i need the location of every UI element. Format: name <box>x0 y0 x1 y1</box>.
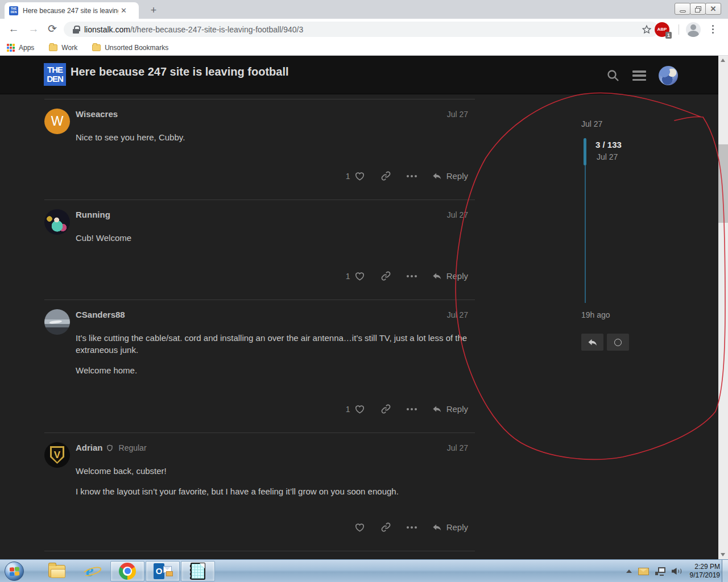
forum-page: THE DEN Here because 247 site is leaving… <box>0 56 728 559</box>
post-author[interactable]: Wiseacres <box>76 109 118 119</box>
taskbar-explorer-button[interactable] <box>40 561 74 581</box>
post-paragraph: Nice to see you here, Cubby. <box>76 131 469 143</box>
bookmark-work[interactable]: Work <box>49 44 77 52</box>
post-header: Wiseacres Jul 27 <box>76 109 468 119</box>
forward-button[interactable]: → <box>27 22 40 36</box>
show-desktop-button[interactable] <box>722 560 728 582</box>
adblock-badge: 1 <box>665 32 672 39</box>
scrollbar-thumb[interactable] <box>718 144 728 223</box>
moderator-shield-icon <box>106 444 113 452</box>
post-adrian: V Adrian Regular Jul 27 Welcome back, cu… <box>44 433 475 551</box>
topic-title[interactable]: Here because 247 site is leaving footbal… <box>71 65 289 78</box>
adblock-extension-icon[interactable]: ABP 1 <box>655 22 669 37</box>
url-text: lionstalk.com/t/here-because-247-site-is… <box>84 25 642 34</box>
reply-button[interactable]: Reply <box>432 522 468 532</box>
hamburger-menu-icon[interactable] <box>632 70 646 81</box>
timeline-position: 3 / 133 <box>595 140 622 149</box>
post-date[interactable]: Jul 27 <box>447 210 468 219</box>
minimize-button[interactable] <box>675 3 690 15</box>
more-actions-icon[interactable] <box>407 526 417 529</box>
bookmark-apps-label: Apps <box>19 44 34 52</box>
reply-arrow-icon <box>432 171 442 181</box>
start-button[interactable] <box>5 562 24 581</box>
post-actions: 1 Reply <box>346 404 468 414</box>
timeline-bottom-date[interactable]: 19h ago <box>581 310 610 319</box>
heart-icon <box>354 522 365 533</box>
topic-notifications-button[interactable] <box>607 334 629 351</box>
scrollbar-up-icon[interactable] <box>721 59 725 62</box>
more-actions-icon[interactable] <box>407 408 417 410</box>
like-button[interactable]: 1 <box>346 171 365 181</box>
search-icon[interactable] <box>606 69 620 82</box>
taskbar-notepad-button[interactable] <box>181 561 215 581</box>
back-button[interactable]: ← <box>7 22 20 36</box>
bookmark-star-icon[interactable] <box>642 24 652 35</box>
share-link-icon[interactable] <box>380 271 391 281</box>
timeline-scrubber[interactable] <box>584 138 586 165</box>
restore-button[interactable] <box>690 3 706 15</box>
tray-mail-icon[interactable] <box>638 568 649 575</box>
profile-avatar[interactable] <box>686 22 701 37</box>
tray-hidden-icons-arrow[interactable] <box>626 569 632 573</box>
like-button[interactable]: 1 <box>346 271 365 281</box>
avatar-adrian[interactable]: V <box>44 442 70 468</box>
avatar-csanders88[interactable] <box>44 309 70 335</box>
taskbar-outlook-button[interactable]: O <box>146 561 180 581</box>
browser-menu-icon[interactable] <box>708 25 718 34</box>
windows-taskbar: e O 2:29 PM 9/17/2019 <box>0 559 728 582</box>
avatar-wiseacres[interactable]: W <box>44 109 70 134</box>
close-button[interactable]: ✕ <box>705 3 721 15</box>
share-link-icon[interactable] <box>380 522 391 533</box>
reply-button[interactable]: Reply <box>432 171 468 181</box>
post-author[interactable]: Running <box>76 210 110 219</box>
reply-arrow-icon <box>432 522 442 532</box>
header-icons <box>606 66 678 85</box>
reply-button[interactable]: Reply <box>432 404 468 414</box>
topic-reply-button[interactable] <box>581 334 603 351</box>
clock-date: 9/17/2019 <box>690 571 720 580</box>
browser-tab[interactable]: THE DEN Here because 247 site is leaving… <box>5 2 139 19</box>
new-tab-button[interactable]: + <box>146 5 162 17</box>
tray-network-icon[interactable] <box>655 567 665 576</box>
taskbar-clock[interactable]: 2:29 PM 9/17/2019 <box>690 563 720 580</box>
refresh-button[interactable]: ⟳ <box>46 22 59 36</box>
user-avatar[interactable] <box>659 66 678 85</box>
tab-close-icon[interactable]: ✕ <box>121 6 127 15</box>
post-author[interactable]: CSanders88 <box>76 310 125 319</box>
share-link-icon[interactable] <box>380 404 391 414</box>
post-date[interactable]: Jul 27 <box>447 310 468 319</box>
tray-volume-icon[interactable] <box>672 567 682 576</box>
address-bar[interactable]: lionstalk.com/t/here-because-247-site-is… <box>64 22 659 37</box>
bookmark-unsorted-label: Unsorted Bookmarks <box>105 44 168 52</box>
adblock-label: ABP <box>657 27 667 32</box>
avatar-running[interactable] <box>44 209 70 235</box>
post-author[interactable]: Adrian <box>76 443 103 452</box>
more-actions-icon[interactable] <box>407 175 417 177</box>
taskbar-ie-button[interactable]: e <box>75 561 109 581</box>
url-path: /t/here-because-247-site-is-leaving-foot… <box>130 25 303 34</box>
page-scrollbar[interactable] <box>718 56 728 559</box>
site-logo[interactable]: THE DEN <box>44 63 66 86</box>
reply-arrow-icon <box>588 337 598 347</box>
post-paragraph: It’s like cutting the cable/sat. cord an… <box>76 332 469 356</box>
chrome-icon <box>119 563 136 580</box>
screen: THE DEN Here because 247 site is leaving… <box>0 0 728 582</box>
more-actions-icon[interactable] <box>407 275 417 277</box>
scrollbar-down-icon[interactable] <box>721 553 725 556</box>
folder-icon <box>49 44 57 51</box>
like-count: 1 <box>346 172 350 181</box>
knight-v-shape: V <box>52 450 62 459</box>
logo-line1: THE <box>44 65 66 74</box>
post-date[interactable]: Jul 27 <box>447 443 468 452</box>
bookmark-apps[interactable]: Apps <box>7 44 34 52</box>
like-button[interactable]: 1 <box>346 404 365 414</box>
bookmark-unsorted[interactable]: Unsorted Bookmarks <box>92 44 168 52</box>
padlock-icon[interactable] <box>73 26 79 34</box>
reply-button[interactable]: Reply <box>432 271 468 281</box>
post-date[interactable]: Jul 27 <box>447 110 468 119</box>
share-link-icon[interactable] <box>380 171 391 181</box>
like-button[interactable] <box>350 522 365 533</box>
timeline-position-date: Jul 27 <box>597 152 618 161</box>
logo-line2: DEN <box>44 74 66 84</box>
taskbar-chrome-button[interactable] <box>110 561 144 581</box>
